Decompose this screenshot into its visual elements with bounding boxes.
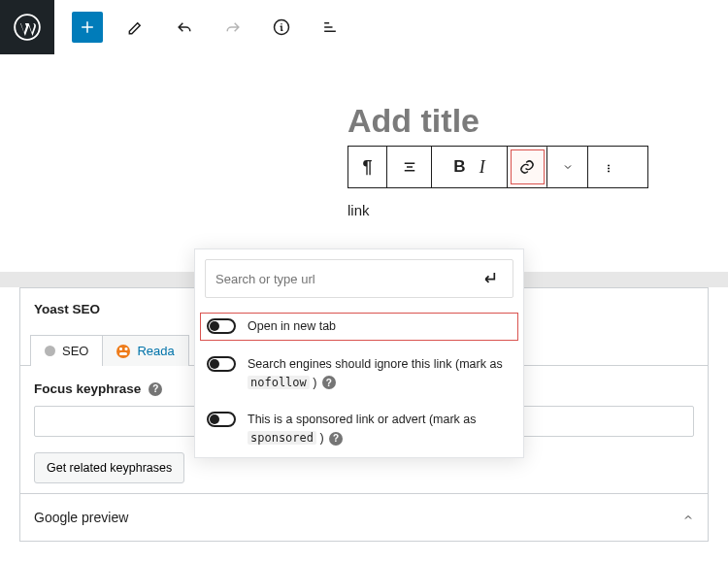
align-icon: [401, 158, 418, 176]
open-new-tab-toggle[interactable]: [207, 318, 236, 334]
google-preview-toggle[interactable]: Google preview: [20, 493, 708, 541]
post-title-placeholder[interactable]: Add title: [347, 102, 648, 140]
link-button[interactable]: [508, 147, 547, 187]
get-related-keyphrases-button[interactable]: Get related keyphrases: [34, 452, 184, 483]
more-inline-button[interactable]: [547, 147, 588, 187]
block-more-button[interactable]: ···: [588, 147, 631, 187]
link-url-field-wrap: [205, 259, 513, 298]
enter-icon: [481, 268, 501, 287]
italic-button[interactable]: I: [480, 157, 485, 178]
paragraph-content[interactable]: link: [347, 202, 648, 218]
open-new-tab-row: Open in new tab: [195, 308, 523, 346]
help-icon[interactable]: ?: [322, 376, 336, 389]
tab-seo-label: SEO: [62, 344, 88, 358]
open-new-tab-label: Open in new tab: [248, 317, 336, 336]
info-button[interactable]: [266, 12, 297, 43]
pilcrow-icon: ¶: [362, 157, 372, 178]
chevron-up-icon: [682, 512, 694, 523]
add-block-button[interactable]: [72, 12, 103, 43]
link-icon: [518, 158, 536, 176]
sponsored-toggle[interactable]: [207, 412, 236, 427]
tab-seo[interactable]: SEO: [30, 335, 103, 366]
google-preview-label: Google preview: [34, 510, 128, 525]
inline-format-group: B I: [432, 147, 508, 187]
sponsored-label: This is a sponsored link or advert (mark…: [248, 411, 510, 447]
tab-readability[interactable]: Reada: [102, 335, 188, 366]
nofollow-row: Search engines should ignore this link (…: [195, 346, 523, 402]
link-popover: Open in new tab Search engines should ig…: [194, 248, 524, 458]
sponsored-row: This is a sponsored link or advert (mark…: [195, 401, 523, 457]
score-dot-orange: [116, 345, 130, 358]
chevron-down-icon: [562, 161, 574, 173]
score-dot-gray: [45, 346, 55, 356]
redo-button: [217, 12, 248, 43]
align-button[interactable]: [387, 147, 432, 187]
block-toolbar: ¶ B I ···: [347, 146, 648, 188]
nofollow-toggle[interactable]: [207, 356, 236, 372]
list-view-button[interactable]: [314, 12, 346, 43]
link-url-input[interactable]: [215, 272, 481, 286]
submit-link-button[interactable]: [481, 268, 503, 289]
tab-readability-label: Reada: [137, 344, 174, 358]
paragraph-block-button[interactable]: ¶: [348, 147, 387, 187]
help-icon[interactable]: ?: [149, 382, 162, 396]
kebab-icon: ···: [599, 162, 619, 171]
nofollow-label: Search engines should ignore this link (…: [248, 355, 510, 392]
edit-modes-button[interactable]: [120, 12, 151, 43]
undo-button[interactable]: [169, 12, 200, 43]
wordpress-logo[interactable]: [0, 0, 54, 54]
bold-button[interactable]: B: [453, 157, 465, 177]
help-icon[interactable]: ?: [329, 432, 343, 446]
